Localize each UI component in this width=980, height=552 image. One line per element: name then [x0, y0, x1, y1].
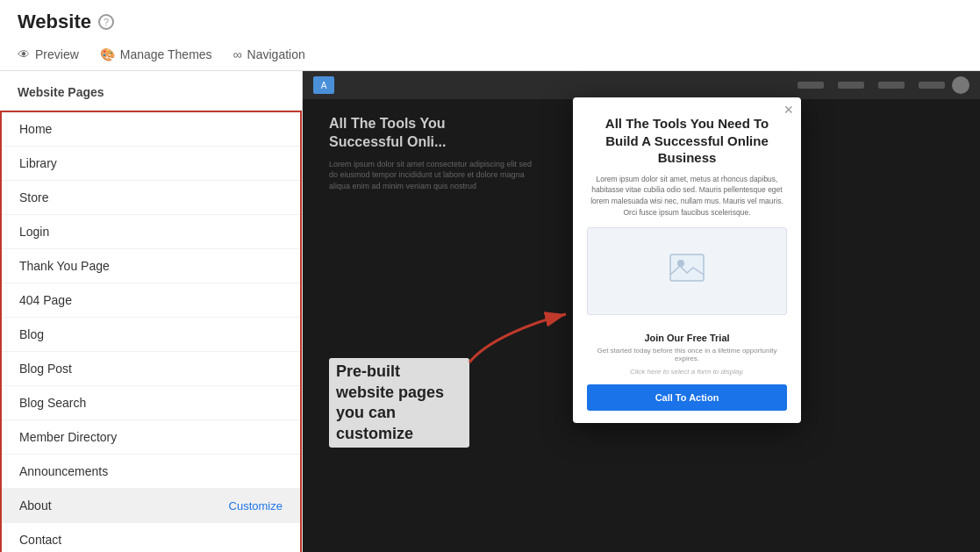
sim-nav-2 [838, 82, 864, 89]
link-icon: ∞ [233, 47, 242, 61]
themes-icon: 🎨 [100, 47, 115, 61]
pages-list: Home Library Store Login Thank You Page … [0, 111, 302, 552]
sidebar-item-thank-you[interactable]: Thank You Page [2, 249, 300, 283]
modal-footer-title: Join Our Free Trial [587, 333, 787, 343]
sim-logo: A [313, 76, 334, 94]
sidebar-item-blog-search-label: Blog Search [19, 396, 86, 410]
annotation: Pre-built website pages you can customiz… [329, 358, 469, 448]
sidebar-item-store-label: Store [19, 190, 48, 204]
sidebar-item-login-label: Login [19, 225, 49, 239]
sim-nav-1 [798, 82, 824, 89]
page-header: Website ? 👁 Preview 🎨 Manage Themes ∞ Na… [0, 0, 980, 71]
sidebar-item-home[interactable]: Home [2, 112, 300, 147]
annotation-text: Pre-built website pages you can customiz… [329, 358, 469, 448]
sim-hero-title: All The Tools YouSuccessful Onli... [329, 115, 540, 152]
sidebar-item-blog-post-label: Blog Post [19, 362, 72, 376]
modal-popup: ✕ All The Tools You Need To Build A Succ… [573, 97, 801, 423]
sidebar-item-announcements[interactable]: Announcements [2, 455, 300, 489]
sim-hero: All The Tools YouSuccessful Onli... Lore… [329, 115, 540, 191]
help-icon[interactable]: ? [98, 14, 114, 30]
modal-close-icon[interactable]: ✕ [783, 103, 794, 117]
sim-nav-4 [919, 82, 945, 89]
sidebar-title: Website Pages [0, 71, 302, 111]
sidebar-item-blog-label: Blog [19, 327, 44, 341]
modal-description: Lorem ipsum dolor sit amet, metus at rho… [587, 174, 787, 219]
sidebar-item-member-directory-label: Member Directory [19, 430, 117, 444]
sidebar-item-contact[interactable]: Contact [2, 523, 300, 552]
modal-form-hint: Click here to select a form to display. [587, 368, 787, 376]
sidebar-item-login[interactable]: Login [2, 215, 300, 249]
nav-manage-themes[interactable]: 🎨 Manage Themes [100, 40, 212, 70]
modal-footer-desc: Get started today before this once in a … [587, 347, 787, 362]
sidebar-item-404[interactable]: 404 Page [2, 283, 300, 318]
nav-preview-label: Preview [35, 47, 79, 61]
sidebar-item-about-label: About [19, 498, 52, 513]
preview-area: A All The Tools YouSuccessful Onli... Lo… [303, 71, 980, 552]
sidebar-item-about[interactable]: About Customize [2, 489, 300, 523]
sidebar-item-404-label: 404 Page [19, 293, 72, 307]
sidebar-item-home-label: Home [19, 122, 52, 136]
page-title: Website [18, 11, 91, 33]
sim-hero-text: Lorem ipsum dolor sit amet consectetur a… [329, 159, 540, 192]
sidebar-item-contact-label: Contact [19, 533, 61, 547]
sidebar-item-member-directory[interactable]: Member Directory [2, 420, 300, 455]
red-arrow-icon [461, 305, 575, 367]
sim-nav-3 [878, 82, 905, 89]
main-content: Website Pages Home Library Store Login T… [0, 71, 980, 552]
sidebar-item-thank-you-label: Thank You Page [19, 259, 110, 273]
customize-button[interactable]: Customize [229, 499, 283, 513]
svg-rect-0 [670, 254, 704, 281]
sidebar-item-library-label: Library [19, 156, 57, 170]
svg-point-1 [677, 260, 684, 267]
sidebar-item-blog-search[interactable]: Blog Search [2, 386, 300, 420]
modal-body: All The Tools You Need To Build A Succes… [573, 97, 801, 315]
modal-title: All The Tools You Need To Build A Succes… [587, 115, 787, 167]
sidebar-item-blog-post[interactable]: Blog Post [2, 352, 300, 386]
eye-icon: 👁 [18, 47, 30, 61]
sidebar-item-store[interactable]: Store [2, 181, 300, 215]
sim-nav-items [798, 82, 945, 89]
sidebar-item-announcements-label: Announcements [19, 464, 108, 478]
sidebar: Website Pages Home Library Store Login T… [0, 71, 303, 552]
modal-footer: Join Our Free Trial Get started today be… [573, 324, 801, 423]
nav-navigation[interactable]: ∞ Navigation [233, 40, 305, 70]
nav-navigation-label: Navigation [247, 47, 305, 61]
modal-image-placeholder [587, 227, 787, 315]
header-nav: 👁 Preview 🎨 Manage Themes ∞ Navigation [18, 40, 962, 70]
sidebar-item-library[interactable]: Library [2, 147, 300, 181]
modal-cta-button[interactable]: Call To Action [587, 384, 787, 411]
nav-preview[interactable]: 👁 Preview [18, 40, 79, 70]
sidebar-item-blog[interactable]: Blog [2, 318, 300, 352]
sim-topbar: A [303, 71, 980, 99]
sim-avatar [952, 76, 969, 94]
nav-themes-label: Manage Themes [120, 47, 212, 61]
image-placeholder-icon [669, 254, 705, 288]
